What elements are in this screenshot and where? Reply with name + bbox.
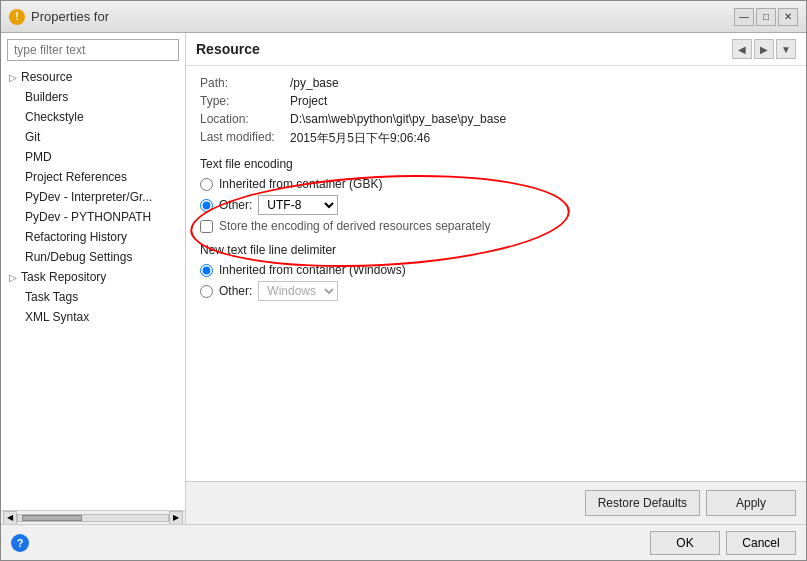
sidebar-item-git[interactable]: Git (1, 127, 185, 147)
encoding-radio-other[interactable] (200, 199, 213, 212)
minimize-button[interactable]: — (734, 8, 754, 26)
prop-last-modified: Last modified: 2015年5月5日下午9:06:46 (200, 130, 792, 147)
expand-arrow-resource: ▷ (9, 72, 17, 83)
delimiter-label-other[interactable]: Other: (219, 284, 252, 298)
right-panel: Resource ◀ ▶ ▼ Path: /py_base Type: Proj… (186, 33, 806, 524)
app-icon: ! (9, 9, 25, 25)
location-label: Location: (200, 112, 290, 126)
type-value: Project (290, 94, 327, 108)
expand-arrow-task-repo: ▷ (9, 272, 17, 283)
location-value: D:\sam\web\python\git\py_base\py_base (290, 112, 506, 126)
help-icon[interactable]: ? (11, 534, 29, 552)
encoding-label-other[interactable]: Other: (219, 198, 252, 212)
text-encoding-section-title: Text file encoding (200, 157, 792, 171)
delimiter-radio-group-1: Inherited from container (Windows) (200, 263, 792, 277)
path-value: /py_base (290, 76, 339, 90)
sidebar-item-run-debug[interactable]: Run/Debug Settings (1, 247, 185, 267)
sidebar-item-builders[interactable]: Builders (1, 87, 185, 107)
panel-body: Path: /py_base Type: Project Location: D… (186, 66, 806, 481)
window-title: Properties for (31, 9, 109, 24)
close-button[interactable]: ✕ (778, 8, 798, 26)
encoding-label-inherited[interactable]: Inherited from container (GBK) (219, 177, 382, 191)
main-content: ▷ Resource Builders Checkstyle Git PMD P… (1, 33, 806, 524)
sidebar-item-refactoring-history[interactable]: Refactoring History (1, 227, 185, 247)
type-label: Type: (200, 94, 290, 108)
window-controls: — □ ✕ (734, 8, 798, 26)
sidebar-scrollbar[interactable]: ◀ ▶ (1, 510, 185, 524)
sidebar-item-task-tags[interactable]: Task Tags (1, 287, 185, 307)
sidebar-item-task-repository[interactable]: ▷ Task Repository (1, 267, 185, 287)
sidebar-item-xml-syntax[interactable]: XML Syntax (1, 307, 185, 327)
status-bar: ? OK Cancel (1, 524, 806, 560)
sidebar-item-pydev-interpreter[interactable]: PyDev - Interpreter/Gr... (1, 187, 185, 207)
prop-type: Type: Project (200, 94, 792, 108)
dialog-buttons: OK Cancel (650, 531, 796, 555)
delimiter-radio-group-2: Other: Windows Unix Mac (200, 281, 792, 301)
last-modified-value: 2015年5月5日下午9:06:46 (290, 130, 430, 147)
last-modified-label: Last modified: (200, 130, 290, 147)
sidebar-label-task-repository: Task Repository (21, 270, 106, 284)
store-encoding-checkbox[interactable] (200, 220, 213, 233)
delimiter-radio-inherited[interactable] (200, 264, 213, 277)
new-text-file-section-title: New text file line delimiter (200, 243, 792, 257)
store-encoding-checkbox-row: Store the encoding of derived resources … (200, 219, 792, 233)
panel-title: Resource (196, 41, 260, 57)
sidebar-item-pmd[interactable]: PMD (1, 147, 185, 167)
filter-input[interactable] (7, 39, 179, 61)
scroll-right-btn[interactable]: ▶ (169, 511, 183, 525)
maximize-button[interactable]: □ (756, 8, 776, 26)
delimiter-label-inherited[interactable]: Inherited from container (Windows) (219, 263, 406, 277)
encoding-select[interactable]: UTF-8 GBK ISO-8859-1 US-ASCII (258, 195, 338, 215)
ok-button[interactable]: OK (650, 531, 720, 555)
title-bar: ! Properties for — □ ✕ (1, 1, 806, 33)
nav-dropdown-btn[interactable]: ▼ (776, 39, 796, 59)
store-encoding-label[interactable]: Store the encoding of derived resources … (219, 219, 491, 233)
panel-nav: ◀ ▶ ▼ (732, 39, 796, 59)
apply-button[interactable]: Apply (706, 490, 796, 516)
nav-forward-btn[interactable]: ▶ (754, 39, 774, 59)
encoding-radio-inherited[interactable] (200, 178, 213, 191)
prop-location: Location: D:\sam\web\python\git\py_base\… (200, 112, 792, 126)
sidebar-item-project-references[interactable]: Project References (1, 167, 185, 187)
prop-path: Path: /py_base (200, 76, 792, 90)
action-bar: Restore Defaults Apply (186, 481, 806, 524)
encoding-radio-group-1: Inherited from container (GBK) (200, 177, 792, 191)
properties-window: ! Properties for — □ ✕ ▷ Resource Builde… (0, 0, 807, 561)
sidebar-item-checkstyle[interactable]: Checkstyle (1, 107, 185, 127)
panel-header: Resource ◀ ▶ ▼ (186, 33, 806, 66)
scrollbar-thumb[interactable] (22, 515, 82, 521)
sidebar-label-resource: Resource (21, 70, 72, 84)
title-bar-left: ! Properties for (9, 9, 109, 25)
tree-container: ▷ Resource Builders Checkstyle Git PMD P… (1, 67, 185, 510)
scrollbar-track[interactable] (17, 514, 169, 522)
restore-defaults-button[interactable]: Restore Defaults (585, 490, 700, 516)
delimiter-select[interactable]: Windows Unix Mac (258, 281, 338, 301)
sidebar-item-pydev-pythonpath[interactable]: PyDev - PYTHONPATH (1, 207, 185, 227)
cancel-button[interactable]: Cancel (726, 531, 796, 555)
path-label: Path: (200, 76, 290, 90)
sidebar: ▷ Resource Builders Checkstyle Git PMD P… (1, 33, 186, 524)
encoding-radio-group-2: Other: UTF-8 GBK ISO-8859-1 US-ASCII (200, 195, 792, 215)
sidebar-item-resource[interactable]: ▷ Resource (1, 67, 185, 87)
delimiter-radio-other[interactable] (200, 285, 213, 298)
nav-back-btn[interactable]: ◀ (732, 39, 752, 59)
scroll-left-btn[interactable]: ◀ (3, 511, 17, 525)
